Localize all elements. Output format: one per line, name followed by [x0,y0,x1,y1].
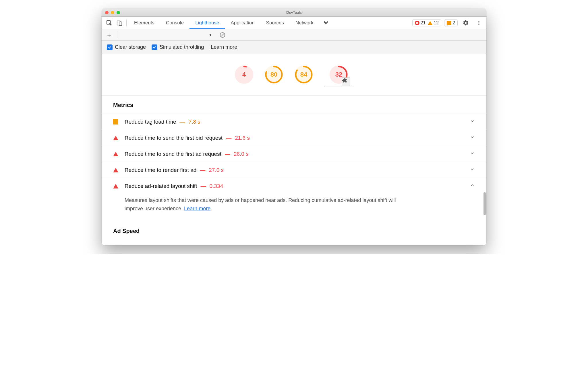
separator [118,32,118,38]
triangle-icon [113,152,118,156]
simulated-throttling-checkbox[interactable]: Simulated throttling [152,44,204,50]
metric-dash: — [225,151,230,157]
tab-label: Console [166,20,184,26]
metric-row[interactable]: Reduce tag load time — 7.8 s [102,114,486,130]
svg-point-4 [478,22,479,23]
warning-count: 12 [434,20,439,26]
tab-lighthouse[interactable]: Lighthouse [189,17,225,29]
metric-dash: — [200,167,205,173]
more-tabs-icon[interactable] [322,19,330,27]
device-toggle-icon[interactable] [115,19,123,27]
metric-label: Reduce ad-related layout shift [125,183,197,189]
chevron-down-icon [470,167,475,173]
gauge-value: 80 [270,71,277,78]
svg-point-3 [478,21,479,22]
options-bar: Clear storage Simulated throttling Learn… [102,41,486,54]
error-count: 21 [421,20,426,26]
chevron-up-icon [470,183,475,189]
chevron-down-icon [470,151,475,157]
metrics-heading: Metrics [102,96,486,114]
svg-point-5 [478,24,479,25]
report-dropdown-caret-icon[interactable]: ▼ [209,33,212,37]
metric-value: 26.0 s [234,151,249,157]
metric-description: Measures layout shifts that were caused … [102,194,420,219]
tab-label: Application [231,20,254,26]
messages-badge[interactable]: 2 [444,20,458,26]
message-count: 2 [452,20,455,26]
issues-badge[interactable]: 21 12 [412,20,442,26]
metric-row[interactable]: Reduce ad-related layout shift — 0.334 [102,178,486,194]
tab-label: Network [295,20,313,26]
metric-value: 0.334 [209,183,223,189]
window-maximize-button[interactable] [117,11,120,14]
triangle-icon [113,184,118,188]
separator [126,20,127,26]
ad-speed-heading: Ad Speed [102,219,486,240]
svg-line-7 [221,33,224,36]
metric-value: 7.8 s [189,119,200,125]
gauge-score[interactable]: 80 [265,65,283,84]
tab-console[interactable]: Console [160,17,189,29]
error-icon [415,21,419,25]
metric-label: Reduce time to render first ad [125,167,196,173]
report-content: 4 80 84 32 [102,54,486,245]
metric-value: 27.0 s [209,167,224,173]
svg-rect-2 [119,22,122,26]
tabbar-right: 21 12 2 [412,19,484,27]
metric-label: Reduce time to send the first ad request [125,151,221,157]
metric-row[interactable]: Reduce time to send the first ad request… [102,146,486,162]
tab-label: Sources [266,20,284,26]
metric-dash: — [180,119,185,125]
learn-more-link[interactable]: Learn more [211,44,237,50]
option-label: Clear storage [115,44,146,50]
new-report-button[interactable]: ＋ [105,31,113,39]
puzzle-piece-icon [342,77,350,86]
tab-label: Elements [134,20,154,26]
triangle-icon [113,136,118,140]
clear-storage-checkbox[interactable]: Clear storage [107,44,146,50]
traffic-lights [102,11,120,14]
kebab-menu-icon[interactable] [475,19,483,27]
tab-network[interactable]: Network [290,17,319,29]
warning-icon [428,21,432,25]
gauge-value: 84 [300,71,307,78]
gauge-score[interactable]: 4 [235,65,253,84]
window-minimize-button[interactable] [111,11,114,14]
tabs-list: Elements Console Lighthouse Application … [128,17,331,29]
gauge-active-underline [324,87,353,87]
scrollbar-thumb[interactable] [483,192,486,215]
gauge-plugin[interactable]: 32 [324,65,353,87]
main-tabbar: Elements Console Lighthouse Application … [102,17,486,29]
window-close-button[interactable] [105,11,109,14]
titlebar: DevTools [102,9,486,17]
message-icon [447,21,451,25]
gear-icon[interactable] [462,19,470,27]
tab-elements[interactable]: Elements [128,17,160,29]
checkbox-checked-icon [152,44,157,50]
metric-label: Reduce tag load time [125,119,176,125]
metric-row[interactable]: Reduce time to render first ad — 27.0 s [102,162,486,178]
clear-icon[interactable] [218,31,227,39]
metric-row[interactable]: Reduce time to send the first bid reques… [102,130,486,146]
lighthouse-toolbar: ＋ ▼ [102,29,486,41]
learn-more-link[interactable]: Learn more [184,206,210,211]
gauge-value: 32 [335,71,342,78]
tab-sources[interactable]: Sources [260,17,290,29]
triangle-icon [113,168,118,172]
square-icon [113,119,118,125]
tab-application[interactable]: Application [225,17,260,29]
chevron-down-icon [470,135,475,141]
gauge-value: 4 [242,71,246,78]
tab-label: Lighthouse [195,20,219,26]
checkbox-checked-icon [107,44,113,50]
metric-description-text: Measures layout shifts that were caused … [125,197,396,211]
option-label: Simulated throttling [160,44,204,50]
window-title: DevTools [102,10,486,15]
metric-value: 21.6 s [235,135,250,141]
score-gauges: 4 80 84 32 [102,54,486,96]
inspect-element-icon[interactable] [105,19,113,27]
chevron-down-icon [470,118,475,125]
metric-label: Reduce time to send the first bid reques… [125,135,223,141]
gauge-score[interactable]: 84 [295,65,313,84]
metric-dash: — [200,183,206,189]
